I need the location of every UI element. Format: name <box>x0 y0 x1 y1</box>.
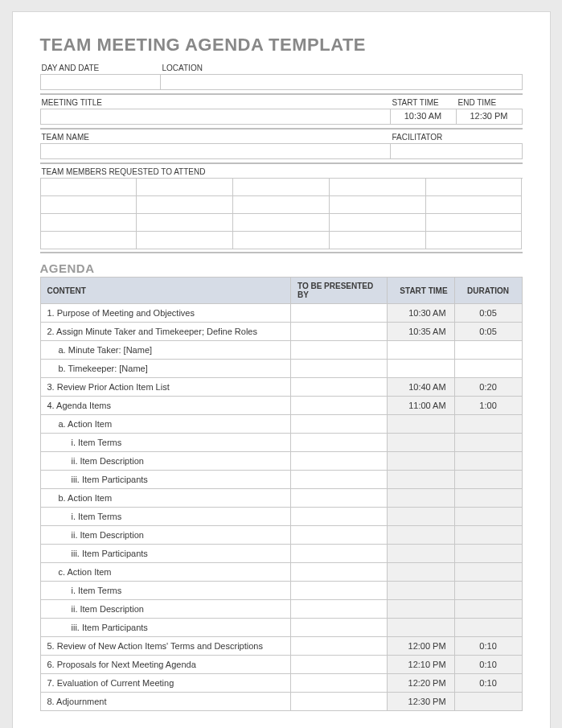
agenda-cell-duration[interactable]: 0:20 <box>454 378 522 397</box>
attendee-cell[interactable] <box>41 179 137 196</box>
attendee-cell[interactable] <box>426 196 523 214</box>
agenda-cell-start[interactable]: 11:00 AM <box>387 397 454 415</box>
attendee-cell[interactable] <box>233 232 330 249</box>
attendee-cell[interactable] <box>426 232 523 249</box>
agenda-cell-start[interactable] <box>387 545 454 563</box>
agenda-cell-content[interactable]: i. Item Terms <box>40 434 290 452</box>
agenda-cell-presented[interactable] <box>290 545 387 563</box>
agenda-cell-start[interactable]: 12:00 PM <box>387 637 454 656</box>
agenda-cell-content[interactable]: iii. Item Participants <box>40 471 290 489</box>
agenda-cell-presented[interactable] <box>290 452 387 471</box>
agenda-cell-presented[interactable] <box>290 397 387 415</box>
agenda-cell-presented[interactable] <box>290 600 387 619</box>
agenda-cell-start[interactable]: 12:30 PM <box>387 693 454 711</box>
agenda-cell-content[interactable]: i. Item Terms <box>40 508 290 526</box>
attendee-cell[interactable] <box>426 214 523 232</box>
attendee-cell[interactable] <box>330 214 426 232</box>
agenda-cell-presented[interactable] <box>290 378 387 397</box>
agenda-cell-start[interactable] <box>387 563 454 582</box>
input-facilitator[interactable] <box>391 143 523 159</box>
agenda-cell-duration[interactable]: 0:10 <box>454 637 522 656</box>
input-location[interactable] <box>161 74 523 90</box>
agenda-cell-presented[interactable] <box>290 508 387 526</box>
agenda-cell-start[interactable]: 12:20 PM <box>387 674 454 693</box>
agenda-cell-duration[interactable]: 0:10 <box>454 674 522 693</box>
agenda-cell-content[interactable]: 7. Evaluation of Current Meeting <box>40 674 290 693</box>
agenda-cell-content[interactable]: 3. Review Prior Action Item List <box>40 378 290 397</box>
input-end-time[interactable]: 12:30 PM <box>457 109 523 125</box>
agenda-cell-content[interactable]: ii. Item Description <box>40 452 290 471</box>
agenda-cell-presented[interactable] <box>290 360 387 378</box>
agenda-cell-presented[interactable] <box>290 415 387 434</box>
agenda-cell-duration[interactable]: 0:10 <box>454 656 522 674</box>
agenda-cell-presented[interactable] <box>290 323 387 341</box>
agenda-cell-duration[interactable]: 1:00 <box>454 397 522 415</box>
agenda-cell-content[interactable]: 4. Agenda Items <box>40 397 290 415</box>
agenda-cell-duration[interactable] <box>454 693 522 711</box>
agenda-cell-start[interactable] <box>387 360 454 378</box>
attendee-cell[interactable] <box>233 179 330 196</box>
agenda-cell-start[interactable] <box>387 434 454 452</box>
agenda-cell-content[interactable]: ii. Item Description <box>40 600 290 619</box>
attendee-cell[interactable] <box>233 214 330 232</box>
attendee-cell[interactable] <box>330 232 426 249</box>
agenda-cell-presented[interactable] <box>290 674 387 693</box>
agenda-cell-start[interactable] <box>387 341 454 360</box>
agenda-cell-duration[interactable] <box>454 563 522 582</box>
agenda-cell-duration[interactable] <box>454 452 522 471</box>
agenda-cell-presented[interactable] <box>290 656 387 674</box>
input-day-date[interactable] <box>40 74 161 90</box>
agenda-cell-duration[interactable] <box>454 489 522 508</box>
attendee-cell[interactable] <box>137 179 233 196</box>
agenda-cell-presented[interactable] <box>290 582 387 600</box>
agenda-cell-start[interactable]: 12:10 PM <box>387 656 454 674</box>
agenda-cell-presented[interactable] <box>290 693 387 711</box>
agenda-cell-presented[interactable] <box>290 563 387 582</box>
input-meeting-title[interactable] <box>40 109 391 125</box>
agenda-cell-content[interactable]: a. Minute Taker: [Name] <box>40 341 290 360</box>
agenda-cell-content[interactable]: iii. Item Participants <box>40 545 290 563</box>
agenda-cell-content[interactable]: b. Timekeeper: [Name] <box>40 360 290 378</box>
agenda-cell-content[interactable]: i. Item Terms <box>40 582 290 600</box>
agenda-cell-start[interactable] <box>387 471 454 489</box>
agenda-cell-duration[interactable] <box>454 508 522 526</box>
agenda-cell-presented[interactable] <box>290 619 387 637</box>
agenda-cell-duration[interactable] <box>454 582 522 600</box>
agenda-cell-content[interactable]: a. Action Item <box>40 415 290 434</box>
agenda-cell-start[interactable]: 10:35 AM <box>387 323 454 341</box>
agenda-cell-presented[interactable] <box>290 341 387 360</box>
agenda-cell-duration[interactable] <box>454 619 522 637</box>
agenda-cell-presented[interactable] <box>290 471 387 489</box>
agenda-cell-content[interactable]: b. Action Item <box>40 489 290 508</box>
agenda-cell-duration[interactable] <box>454 600 522 619</box>
agenda-cell-start[interactable]: 10:30 AM <box>387 304 454 323</box>
agenda-cell-start[interactable] <box>387 582 454 600</box>
agenda-cell-presented[interactable] <box>290 304 387 323</box>
agenda-cell-duration[interactable] <box>454 360 522 378</box>
agenda-cell-presented[interactable] <box>290 526 387 545</box>
agenda-cell-duration[interactable] <box>454 434 522 452</box>
agenda-cell-duration[interactable] <box>454 415 522 434</box>
agenda-cell-content[interactable]: 2. Assign Minute Taker and Timekeeper; D… <box>40 323 290 341</box>
agenda-cell-start[interactable]: 10:40 AM <box>387 378 454 397</box>
agenda-cell-start[interactable] <box>387 526 454 545</box>
attendee-cell[interactable] <box>330 179 426 196</box>
agenda-cell-duration[interactable] <box>454 526 522 545</box>
agenda-cell-duration[interactable]: 0:05 <box>454 323 522 341</box>
attendee-cell[interactable] <box>41 196 137 214</box>
agenda-cell-content[interactable]: iii. Item Participants <box>40 619 290 637</box>
agenda-cell-content[interactable]: ii. Item Description <box>40 526 290 545</box>
agenda-cell-content[interactable]: c. Action Item <box>40 563 290 582</box>
attendee-cell[interactable] <box>41 232 137 249</box>
attendee-cell[interactable] <box>41 214 137 232</box>
agenda-cell-content[interactable]: 5. Review of New Action Items' Terms and… <box>40 637 290 656</box>
agenda-cell-start[interactable] <box>387 489 454 508</box>
attendee-cell[interactable] <box>137 232 233 249</box>
agenda-cell-duration[interactable] <box>454 545 522 563</box>
agenda-cell-presented[interactable] <box>290 637 387 656</box>
agenda-cell-presented[interactable] <box>290 434 387 452</box>
attendee-cell[interactable] <box>330 196 426 214</box>
agenda-cell-duration[interactable] <box>454 471 522 489</box>
agenda-cell-start[interactable] <box>387 508 454 526</box>
agenda-cell-start[interactable] <box>387 415 454 434</box>
